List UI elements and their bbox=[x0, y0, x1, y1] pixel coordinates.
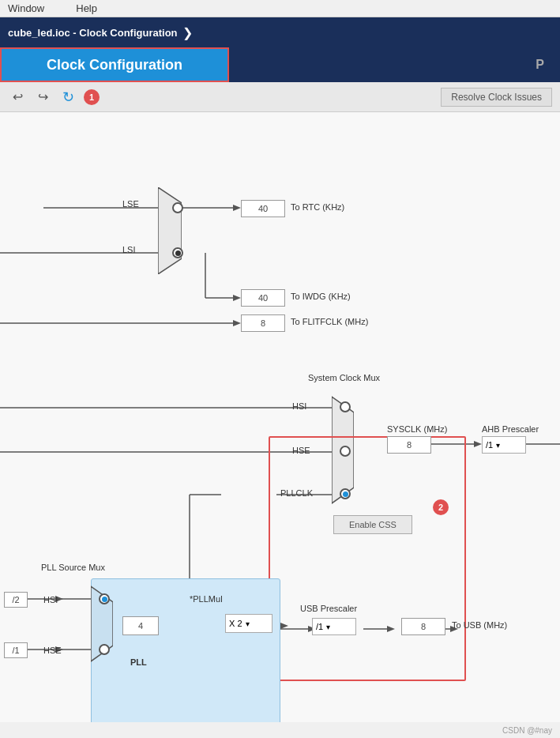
resolve-clock-issues-button[interactable]: Resolve Clock Issues bbox=[441, 88, 552, 107]
svg-marker-9 bbox=[233, 320, 241, 326]
rtc-value-box[interactable]: 40 bbox=[241, 200, 285, 217]
iwdg-value-box[interactable]: 40 bbox=[241, 289, 285, 307]
pll-source-mux-label: PLL Source Mux bbox=[41, 563, 105, 572]
main-content: LSE LSI 40 To RTC (KHz) 40 To IWDG (KHz)… bbox=[0, 112, 560, 722]
toolbar: ↩ ↪ ↻ 1 Resolve Clock Issues bbox=[0, 82, 560, 112]
lsi-label: LSI bbox=[122, 245, 136, 254]
pll-label: PLL bbox=[130, 657, 147, 667]
red-border-region bbox=[269, 436, 466, 681]
badge-2: 2 bbox=[433, 499, 449, 515]
lse-label: LSE bbox=[122, 199, 139, 209]
tab-pinout[interactable]: P bbox=[229, 47, 560, 82]
hsi-pll-radio[interactable] bbox=[99, 593, 110, 604]
to-iwdg-label: To IWDG (KHz) bbox=[291, 292, 351, 301]
sysclk-value-box[interactable]: 8 bbox=[387, 436, 431, 454]
lsi-radio[interactable] bbox=[172, 247, 183, 258]
to-rtc-label: To RTC (KHz) bbox=[291, 202, 344, 212]
pll-mul-value-box[interactable]: 4 bbox=[122, 616, 159, 635]
enable-css-button[interactable]: Enable CSS bbox=[333, 515, 412, 534]
title-arrow: ❯ bbox=[182, 25, 193, 40]
hsi-sys-radio[interactable] bbox=[340, 401, 351, 412]
to-flitfclk-label: To FLITFCLK (MHz) bbox=[291, 317, 368, 326]
usb-prescaler-dropdown[interactable]: /1 bbox=[312, 618, 356, 635]
hsi-sys-label: HSI bbox=[292, 401, 306, 411]
sysclk-label: SYSCLK (MHz) bbox=[387, 424, 447, 434]
ahb-prescaler-label: AHB Prescaler bbox=[482, 424, 539, 434]
tab-clock-config[interactable]: Clock Configuration bbox=[0, 47, 229, 82]
to-usb-label: To USB (MHz) bbox=[452, 620, 507, 630]
pllmul-dropdown[interactable]: X 2 bbox=[225, 614, 272, 633]
redo-button[interactable]: ↪ bbox=[33, 88, 52, 107]
footer: CSDN @#nay bbox=[494, 722, 560, 738]
svg-marker-36 bbox=[158, 187, 182, 274]
badge-1: 1 bbox=[84, 89, 100, 105]
footer-text: CSDN @#nay bbox=[502, 726, 552, 735]
hsi-pll-label: HSI bbox=[43, 595, 58, 604]
usb-prescaler-label: USB Prescaler bbox=[300, 604, 357, 613]
menu-bar: Window Help bbox=[0, 0, 560, 17]
lse-lsi-mux bbox=[158, 187, 182, 274]
div2-box[interactable]: /2 bbox=[4, 592, 28, 608]
menu-window[interactable]: Window bbox=[8, 2, 44, 14]
svg-marker-7 bbox=[233, 295, 241, 301]
ahb-prescaler-dropdown[interactable]: /1 bbox=[482, 436, 526, 454]
title-text: cube_led.ioc - Clock Configuration bbox=[8, 27, 178, 39]
usb-value-box[interactable]: 8 bbox=[401, 618, 445, 635]
title-bar: cube_led.ioc - Clock Configuration ❯ bbox=[0, 17, 560, 47]
system-clock-mux-label: System Clock Mux bbox=[308, 373, 380, 382]
flitfclk-value-box[interactable]: 8 bbox=[241, 314, 285, 332]
lse-radio[interactable] bbox=[172, 202, 183, 213]
pll-source-mux-shape bbox=[91, 578, 113, 669]
menu-help[interactable]: Help bbox=[76, 2, 97, 14]
hse-pll-radio[interactable] bbox=[99, 644, 110, 655]
svg-marker-3 bbox=[233, 205, 241, 211]
div1-box[interactable]: /1 bbox=[4, 642, 28, 658]
undo-button[interactable]: ↩ bbox=[8, 88, 27, 107]
clock-diagram: LSE LSI 40 To RTC (KHz) 40 To IWDG (KHz)… bbox=[0, 112, 560, 722]
hse-pll-label: HSE bbox=[43, 646, 62, 655]
pll-area bbox=[91, 578, 280, 722]
refresh-button[interactable]: ↻ bbox=[58, 88, 77, 107]
pllmul-label: *PLLMul bbox=[190, 594, 223, 604]
svg-marker-14 bbox=[474, 441, 482, 447]
tab-bar: Clock Configuration P bbox=[0, 47, 560, 82]
